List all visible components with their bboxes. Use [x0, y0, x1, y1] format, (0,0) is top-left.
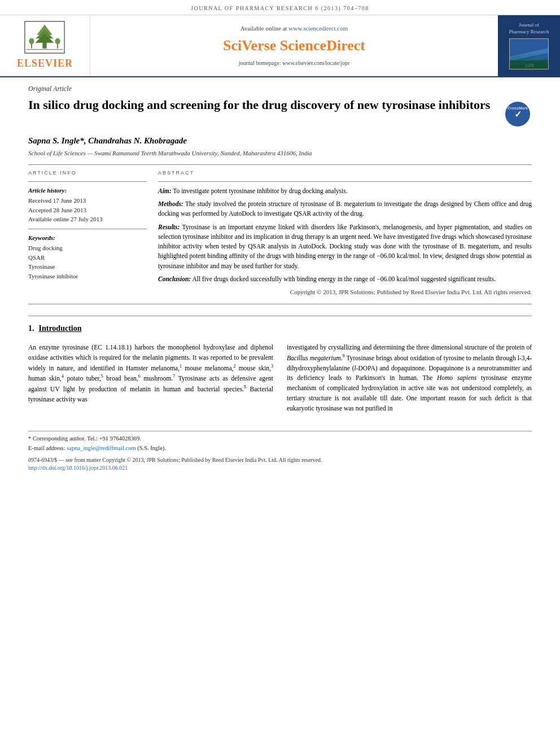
intro-col-1: An enzyme tyrosinase (EC 1.14.18.1) harb…	[28, 343, 273, 414]
abstract-label: Abstract	[158, 169, 532, 177]
received-date: Received 17 June 2013	[28, 196, 147, 206]
keywords-label: Keywords:	[28, 234, 147, 242]
section-title: Introduction	[39, 323, 82, 334]
svg-text:JoPR: JoPR	[525, 63, 535, 68]
banner: ELSEVIER Available online at www.science…	[0, 15, 560, 77]
elsevier-logo-area: ELSEVIER	[0, 15, 90, 76]
journal-header: Journal of Pharmacy Research 6 (2013) 70…	[0, 0, 560, 15]
divider-4	[158, 181, 532, 182]
article-history: Article history: Received 17 June 2013 A…	[28, 186, 147, 224]
corresponding-author-note: * Corresponding author. Tel.: +91 976402…	[28, 435, 532, 443]
available-online-text: Available online at www.sciencedirect.co…	[240, 24, 348, 33]
elsevier-logo: ELSEVIER	[17, 20, 73, 71]
svg-point-6	[29, 38, 34, 45]
keyword-1: Drug docking	[28, 243, 147, 253]
abstract-text: Aim: To investigate potent tyrosinase in…	[158, 186, 532, 297]
accepted-date: Accepted 28 June 2013	[28, 206, 147, 215]
svg-text:CrossMark: CrossMark	[508, 106, 528, 110]
affiliation: School of Life Sciences — Swami Ramanand…	[28, 149, 532, 158]
keyword-2: QSAR	[28, 253, 147, 263]
section-number: 1.	[28, 323, 34, 334]
article-title-row: In silico drug docking and screening for…	[28, 97, 532, 128]
elsevier-tree-icon	[22, 20, 67, 54]
email-link[interactable]: sapna_ingle@rediffmail.com	[67, 445, 135, 451]
sciverse-logo: SciVerse ScienceDirect	[223, 36, 365, 56]
doi-line[interactable]: http://dx.doi.org/10.1016/j.jopr.2013.06…	[28, 464, 532, 472]
article-info-label: Article Info	[28, 169, 147, 177]
divider-3	[28, 229, 147, 229]
introduction-section: 1. Introduction An enzyme tyrosinase (EC…	[28, 316, 532, 414]
methods-label: Methods:	[158, 200, 183, 207]
journal-cover-area: Journal of Pharmacy Research JoPR	[498, 15, 560, 76]
journal-homepage: journal homepage: www.elsevier.com/locat…	[239, 59, 350, 67]
svg-point-8	[55, 38, 60, 45]
introduction-body: An enzyme tyrosinase (EC 1.14.18.1) harb…	[28, 343, 532, 414]
divider-1	[28, 164, 532, 165]
aim-label: Aim:	[158, 187, 172, 194]
methods-text: The study involved the protein structure…	[158, 200, 532, 217]
intro-col-2: investigated by crystallizing and determ…	[287, 343, 532, 414]
article-type: Original Article	[28, 84, 532, 94]
info-abstract-columns: Article Info Article history: Received 1…	[28, 169, 532, 296]
article-info-column: Article Info Article history: Received 1…	[28, 169, 147, 296]
abstract-methods: Methods: The study involved the protein …	[158, 199, 532, 219]
results-text: Tyrosinase is an important enzyme linked…	[158, 224, 532, 269]
abstract-column: Abstract Aim: To investigate potent tyro…	[158, 169, 532, 296]
svg-text:✓: ✓	[514, 110, 522, 119]
article-title: In silico drug docking and screening for…	[28, 97, 492, 113]
crossmark-icon: ✓ CrossMark	[505, 102, 530, 126]
sciverse-area: Available online at www.sciencedirect.co…	[90, 15, 498, 76]
article-body: Original Article In silico drug docking …	[0, 77, 560, 479]
keyword-3: Tyrosinase	[28, 262, 147, 272]
svg-rect-13	[510, 60, 549, 69]
sciencedirect-link[interactable]: www.sciencedirect.com	[288, 25, 348, 32]
divider-2	[28, 181, 147, 182]
authors: Sapna S. Ingle*, Chandrahas N. Khobragad…	[28, 135, 532, 147]
elsevier-wordmark: ELSEVIER	[17, 56, 73, 71]
footnote-area: * Corresponding author. Tel.: +91 976402…	[28, 431, 532, 472]
abstract-conclusion: Conclusion: All five drugs docked succes…	[158, 274, 532, 284]
svg-rect-1	[43, 42, 47, 49]
svg-rect-10	[510, 39, 549, 69]
email-note: E-mail address: sapna_ingle@rediffmail.c…	[28, 444, 532, 453]
svg-line-11	[510, 50, 549, 59]
journal-cover-image: JoPR	[509, 38, 549, 69]
crossmark-area: ✓ CrossMark	[504, 100, 532, 128]
available-date: Available online 27 July 2013	[28, 215, 147, 224]
cover-journal-title: Journal of Pharmacy Research	[509, 22, 549, 35]
conclusion-label: Conclusion:	[158, 276, 191, 282]
keyword-4: Tyrosinase inhibitor	[28, 272, 147, 281]
results-label: Results:	[158, 224, 180, 230]
divider-5	[28, 304, 532, 304]
abstract-results: Results: Tyrosinase is an important enzy…	[158, 222, 532, 271]
copyright-text: Copyright © 2013, JPR Solutions; Publish…	[158, 287, 532, 297]
svg-line-12	[510, 56, 549, 64]
issn-line: 0974-6943/$ — see front matter Copyright…	[28, 456, 532, 464]
keywords-group: Keywords: Drug docking QSAR Tyrosinase T…	[28, 234, 147, 281]
conclusion-text: All five drugs docked successfully with …	[192, 276, 496, 282]
abstract-aim: Aim: To investigate potent tyrosinase in…	[158, 186, 532, 196]
history-label: Article history:	[28, 186, 147, 195]
